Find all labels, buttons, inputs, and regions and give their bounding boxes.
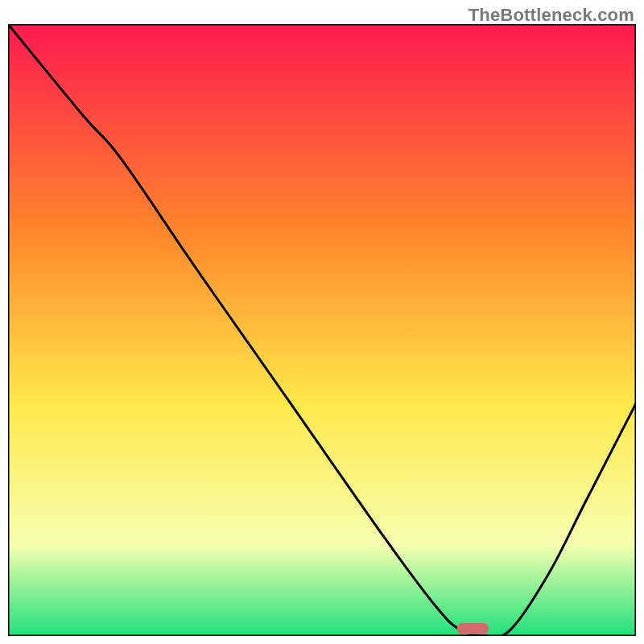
chart-plot-area xyxy=(8,24,636,636)
gradient-background xyxy=(8,24,636,636)
optimum-marker xyxy=(457,623,489,634)
chart-svg xyxy=(8,24,636,636)
watermark-text: TheBottleneck.com xyxy=(469,5,634,26)
